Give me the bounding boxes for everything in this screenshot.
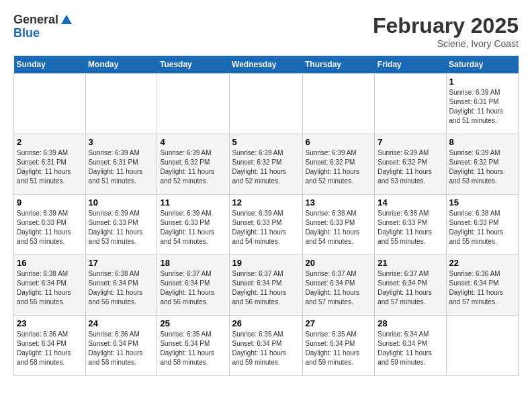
day-number: 7 [378, 137, 443, 147]
day-number: 6 [306, 137, 372, 147]
day-number: 8 [449, 137, 516, 147]
day-info: Sunrise: 6:38 AM Sunset: 6:33 PM Dayligh… [378, 209, 443, 246]
calendar-cell: 17Sunrise: 6:38 AM Sunset: 6:34 PM Dayli… [85, 255, 157, 316]
day-number: 4 [160, 137, 226, 147]
day-info: Sunrise: 6:39 AM Sunset: 6:33 PM Dayligh… [89, 209, 154, 246]
logo-general: General [13, 13, 58, 27]
calendar-cell: 2Sunrise: 6:39 AM Sunset: 6:31 PM Daylig… [14, 134, 86, 195]
weekday-header: Friday [375, 56, 446, 74]
day-info: Sunrise: 6:39 AM Sunset: 6:32 PM Dayligh… [449, 148, 516, 186]
weekday-header: Tuesday [157, 56, 229, 74]
day-number: 21 [378, 258, 443, 268]
calendar-cell: 5Sunrise: 6:39 AM Sunset: 6:32 PM Daylig… [229, 134, 302, 195]
calendar-cell: 14Sunrise: 6:38 AM Sunset: 6:33 PM Dayli… [375, 195, 446, 255]
calendar-cell: 12Sunrise: 6:39 AM Sunset: 6:33 PM Dayli… [229, 195, 302, 255]
weekday-header: Saturday [446, 56, 519, 74]
day-number: 5 [232, 137, 300, 147]
day-number: 13 [306, 197, 372, 208]
day-number: 10 [89, 197, 154, 208]
weekday-header: Sunday [14, 56, 86, 74]
day-info: Sunrise: 6:36 AM Sunset: 6:34 PM Dayligh… [89, 330, 154, 367]
day-info: Sunrise: 6:34 AM Sunset: 6:34 PM Dayligh… [378, 330, 443, 367]
calendar-cell: 18Sunrise: 6:37 AM Sunset: 6:34 PM Dayli… [157, 255, 229, 316]
day-info: Sunrise: 6:39 AM Sunset: 6:32 PM Dayligh… [160, 148, 226, 186]
calendar-cell [85, 74, 157, 134]
day-info: Sunrise: 6:39 AM Sunset: 6:31 PM Dayligh… [17, 148, 83, 186]
day-info: Sunrise: 6:38 AM Sunset: 6:33 PM Dayligh… [306, 209, 372, 246]
day-number: 24 [89, 318, 154, 328]
day-info: Sunrise: 6:38 AM Sunset: 6:34 PM Dayligh… [89, 269, 154, 307]
calendar-week-row: 23Sunrise: 6:36 AM Sunset: 6:34 PM Dayli… [14, 316, 519, 376]
svg-marker-0 [61, 15, 72, 24]
calendar-cell [446, 316, 519, 376]
calendar-cell [229, 74, 302, 134]
calendar-cell: 23Sunrise: 6:36 AM Sunset: 6:34 PM Dayli… [14, 316, 86, 376]
day-number: 18 [160, 258, 226, 268]
calendar-cell: 8Sunrise: 6:39 AM Sunset: 6:32 PM Daylig… [446, 134, 519, 195]
day-info: Sunrise: 6:35 AM Sunset: 6:34 PM Dayligh… [160, 330, 226, 367]
calendar-cell: 26Sunrise: 6:35 AM Sunset: 6:34 PM Dayli… [229, 316, 302, 376]
day-info: Sunrise: 6:39 AM Sunset: 6:31 PM Dayligh… [449, 88, 516, 126]
calendar-cell: 11Sunrise: 6:39 AM Sunset: 6:33 PM Dayli… [157, 195, 229, 255]
day-info: Sunrise: 6:39 AM Sunset: 6:32 PM Dayligh… [378, 148, 443, 186]
calendar-week-row: 1Sunrise: 6:39 AM Sunset: 6:31 PM Daylig… [14, 74, 519, 134]
calendar-cell: 24Sunrise: 6:36 AM Sunset: 6:34 PM Dayli… [85, 316, 157, 376]
day-number: 26 [232, 318, 300, 328]
calendar-cell: 22Sunrise: 6:36 AM Sunset: 6:34 PM Dayli… [446, 255, 519, 316]
day-number: 20 [306, 258, 372, 268]
page-header: General Blue February 2025 Scierie, Ivor… [13, 13, 519, 49]
logo-blue: Blue [13, 27, 73, 40]
calendar-table: SundayMondayTuesdayWednesdayThursdayFrid… [13, 56, 519, 376]
logo-icon [60, 13, 73, 27]
calendar-cell: 9Sunrise: 6:39 AM Sunset: 6:33 PM Daylig… [14, 195, 86, 255]
calendar-cell: 28Sunrise: 6:34 AM Sunset: 6:34 PM Dayli… [375, 316, 446, 376]
calendar-week-row: 16Sunrise: 6:38 AM Sunset: 6:34 PM Dayli… [14, 255, 519, 316]
weekday-header: Wednesday [229, 56, 302, 74]
day-number: 15 [449, 197, 516, 208]
day-info: Sunrise: 6:39 AM Sunset: 6:33 PM Dayligh… [232, 209, 300, 246]
day-number: 12 [232, 197, 300, 208]
day-info: Sunrise: 6:38 AM Sunset: 6:33 PM Dayligh… [449, 209, 516, 246]
day-info: Sunrise: 6:39 AM Sunset: 6:32 PM Dayligh… [306, 148, 372, 186]
calendar-cell: 1Sunrise: 6:39 AM Sunset: 6:31 PM Daylig… [446, 74, 519, 134]
day-info: Sunrise: 6:35 AM Sunset: 6:34 PM Dayligh… [306, 330, 372, 367]
calendar-cell [375, 74, 446, 134]
calendar-cell: 19Sunrise: 6:37 AM Sunset: 6:34 PM Dayli… [229, 255, 302, 316]
calendar-header-row: SundayMondayTuesdayWednesdayThursdayFrid… [14, 56, 519, 74]
weekday-header: Monday [85, 56, 157, 74]
month-title: February 2025 [373, 13, 519, 38]
calendar-cell: 7Sunrise: 6:39 AM Sunset: 6:32 PM Daylig… [375, 134, 446, 195]
calendar-cell [302, 74, 375, 134]
calendar-cell: 16Sunrise: 6:38 AM Sunset: 6:34 PM Dayli… [14, 255, 86, 316]
calendar-week-row: 2Sunrise: 6:39 AM Sunset: 6:31 PM Daylig… [14, 134, 519, 195]
day-number: 2 [17, 137, 83, 147]
calendar-cell: 13Sunrise: 6:38 AM Sunset: 6:33 PM Dayli… [302, 195, 375, 255]
calendar-cell: 15Sunrise: 6:38 AM Sunset: 6:33 PM Dayli… [446, 195, 519, 255]
calendar-cell: 10Sunrise: 6:39 AM Sunset: 6:33 PM Dayli… [85, 195, 157, 255]
day-number: 3 [89, 137, 154, 147]
calendar-cell [14, 74, 86, 134]
day-number: 1 [449, 77, 516, 87]
day-info: Sunrise: 6:39 AM Sunset: 6:33 PM Dayligh… [17, 209, 83, 246]
calendar-cell: 25Sunrise: 6:35 AM Sunset: 6:34 PM Dayli… [157, 316, 229, 376]
logo: General Blue [13, 13, 73, 40]
calendar-cell: 21Sunrise: 6:37 AM Sunset: 6:34 PM Dayli… [375, 255, 446, 316]
day-info: Sunrise: 6:36 AM Sunset: 6:34 PM Dayligh… [449, 269, 516, 307]
day-number: 9 [17, 197, 83, 208]
day-number: 16 [17, 258, 83, 268]
day-info: Sunrise: 6:37 AM Sunset: 6:34 PM Dayligh… [306, 269, 372, 307]
day-info: Sunrise: 6:37 AM Sunset: 6:34 PM Dayligh… [378, 269, 443, 307]
day-info: Sunrise: 6:39 AM Sunset: 6:32 PM Dayligh… [232, 148, 300, 186]
day-info: Sunrise: 6:36 AM Sunset: 6:34 PM Dayligh… [17, 330, 83, 367]
day-number: 19 [232, 258, 300, 268]
day-info: Sunrise: 6:38 AM Sunset: 6:34 PM Dayligh… [17, 269, 83, 307]
day-number: 17 [89, 258, 154, 268]
day-number: 27 [306, 318, 372, 328]
day-info: Sunrise: 6:39 AM Sunset: 6:31 PM Dayligh… [89, 148, 154, 186]
day-info: Sunrise: 6:37 AM Sunset: 6:34 PM Dayligh… [160, 269, 226, 307]
calendar-cell: 3Sunrise: 6:39 AM Sunset: 6:31 PM Daylig… [85, 134, 157, 195]
day-number: 14 [378, 197, 443, 208]
calendar-cell: 6Sunrise: 6:39 AM Sunset: 6:32 PM Daylig… [302, 134, 375, 195]
day-info: Sunrise: 6:37 AM Sunset: 6:34 PM Dayligh… [232, 269, 300, 307]
calendar-week-row: 9Sunrise: 6:39 AM Sunset: 6:33 PM Daylig… [14, 195, 519, 255]
